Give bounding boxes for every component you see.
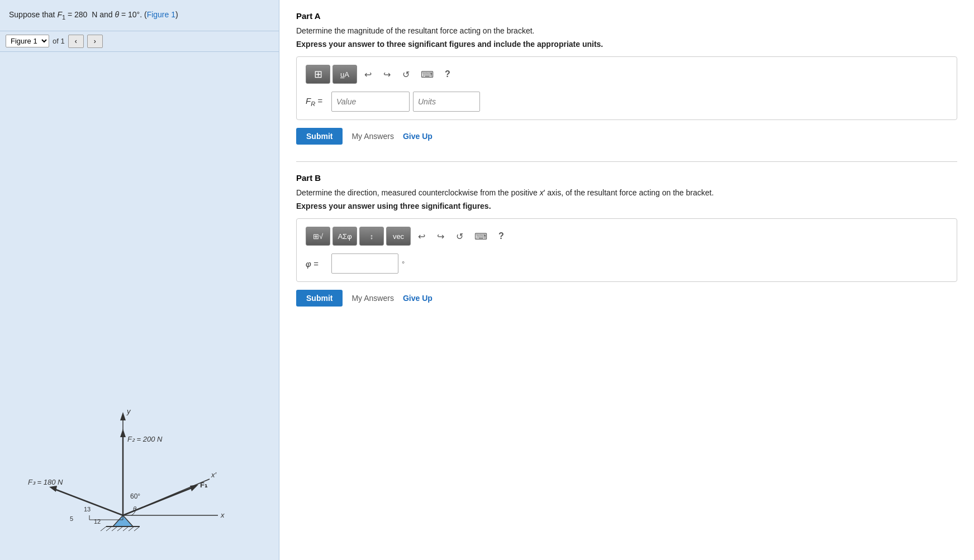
- part-b-action-row: Submit My Answers Give Up: [296, 290, 957, 307]
- figure-select[interactable]: Figure 1: [6, 35, 49, 47]
- svg-text:y: y: [126, 407, 131, 415]
- part-a-answer-box: ⊞ uA ↩ ↪ ↺ ⌨ ? FR =: [296, 56, 957, 120]
- svg-line-4: [112, 527, 117, 531]
- svg-line-8: [134, 527, 140, 531]
- part-b-answer-box: ⊞√ ΑΣφ ↕ vec ↩ ↪ ↺ ⌨ ? φ =: [296, 218, 957, 282]
- svg-text:F₂ = 200 N: F₂ = 200 N: [127, 435, 163, 443]
- figure-canvas: x x′ y F₂ = 200 N F₁: [0, 52, 279, 560]
- part-a-submit-btn[interactable]: Submit: [296, 128, 343, 145]
- diagram-svg: x x′ y F₂ = 200 N F₁: [11, 370, 263, 549]
- svg-text:60°: 60°: [130, 492, 140, 500]
- figure-area: Figure 1 of 1 ‹ ›: [0, 31, 279, 560]
- right-panel: Part A Determine the magnitude of the re…: [279, 0, 974, 560]
- part-b-title: Part B: [296, 173, 957, 183]
- part-b-arrows-btn[interactable]: ↕: [359, 227, 384, 246]
- figure-next-btn[interactable]: ›: [87, 35, 103, 48]
- part-a-refresh-btn[interactable]: ↺: [397, 66, 414, 83]
- part-b-section: Part B Determine the direction, measured…: [296, 173, 957, 307]
- part-a-units-input[interactable]: [413, 92, 480, 112]
- part-b-instruction: Express your answer using three signific…: [296, 202, 957, 210]
- left-panel: Suppose that F1 = 280 N and θ = 10°. (Fi…: [0, 0, 279, 560]
- part-a-action-row: Submit My Answers Give Up: [296, 128, 957, 145]
- part-b-keyboard-btn[interactable]: ⌨: [470, 228, 492, 245]
- part-a-redo-btn[interactable]: ↪: [378, 66, 395, 83]
- part-a-undo-btn[interactable]: ↩: [359, 66, 376, 83]
- degree-symbol: °: [402, 260, 405, 268]
- svg-line-6: [123, 527, 129, 531]
- part-a-help-btn[interactable]: ?: [440, 65, 455, 84]
- svg-text:13: 13: [84, 506, 91, 513]
- svg-text:F₃ = 180 N: F₃ = 180 N: [28, 478, 63, 486]
- part-a-my-answers: My Answers: [351, 132, 393, 141]
- part-b-angle-input[interactable]: [331, 253, 398, 274]
- part-b-label: φ =: [306, 259, 328, 269]
- part-b-input-row: φ = °: [306, 253, 948, 274]
- svg-line-5: [117, 527, 123, 531]
- part-a-grid-btn[interactable]: ⊞: [306, 65, 330, 84]
- svg-marker-14: [120, 412, 126, 420]
- part-b-help-btn[interactable]: ?: [494, 227, 509, 246]
- part-a-toolbar: ⊞ uA ↩ ↪ ↺ ⌨ ?: [306, 65, 948, 84]
- part-a-instruction: Express your answer to three significant…: [296, 40, 957, 49]
- part-b-toolbar: ⊞√ ΑΣφ ↕ vec ↩ ↪ ↺ ⌨ ?: [306, 227, 948, 246]
- part-a-input-row: FR =: [306, 92, 948, 112]
- svg-text:5: 5: [70, 515, 73, 522]
- figure-prev-btn[interactable]: ‹: [68, 35, 84, 48]
- svg-text:θ: θ: [133, 505, 136, 512]
- part-a-label: FR =: [306, 96, 328, 107]
- svg-line-7: [129, 527, 134, 531]
- part-a-title: Part A: [296, 11, 957, 21]
- part-a-keyboard-btn[interactable]: ⌨: [416, 66, 438, 83]
- part-a-ua-btn[interactable]: uA: [332, 65, 357, 84]
- part-b-undo-btn[interactable]: ↩: [413, 228, 430, 245]
- part-b-my-answers: My Answers: [351, 294, 393, 303]
- part-a-section: Part A Determine the magnitude of the re…: [296, 11, 957, 145]
- svg-text:F₁: F₁: [200, 481, 208, 489]
- part-a-value-input[interactable]: [331, 92, 410, 112]
- figure-link[interactable]: Figure 1: [147, 10, 175, 19]
- part-divider: [296, 161, 957, 162]
- part-b-redo-btn[interactable]: ↪: [432, 228, 449, 245]
- figure-of-label: of 1: [53, 37, 65, 45]
- part-a-give-up[interactable]: Give Up: [403, 132, 433, 141]
- part-b-submit-btn[interactable]: Submit: [296, 290, 343, 307]
- part-a-description: Determine the magnitude of the resultant…: [296, 26, 957, 35]
- figure-nav: Figure 1 of 1 ‹ ›: [0, 31, 279, 52]
- svg-text:x′: x′: [211, 471, 217, 479]
- part-b-vec-btn[interactable]: vec: [386, 227, 411, 246]
- svg-line-2: [101, 527, 106, 531]
- svg-marker-17: [120, 429, 126, 437]
- part-b-refresh-btn[interactable]: ↺: [451, 228, 468, 245]
- part-b-give-up[interactable]: Give Up: [403, 294, 433, 303]
- svg-line-3: [106, 527, 112, 531]
- svg-marker-25: [49, 486, 57, 492]
- problem-statement: Suppose that F1 = 280 N and θ = 10°. (Fi…: [0, 0, 279, 31]
- svg-text:12: 12: [94, 518, 101, 525]
- part-b-matrix-btn[interactable]: ⊞√: [306, 227, 330, 246]
- svg-text:x: x: [220, 511, 225, 519]
- part-b-greek-btn[interactable]: ΑΣφ: [332, 227, 357, 246]
- part-b-description: Determine the direction, measured counte…: [296, 188, 957, 197]
- svg-marker-20: [190, 485, 198, 491]
